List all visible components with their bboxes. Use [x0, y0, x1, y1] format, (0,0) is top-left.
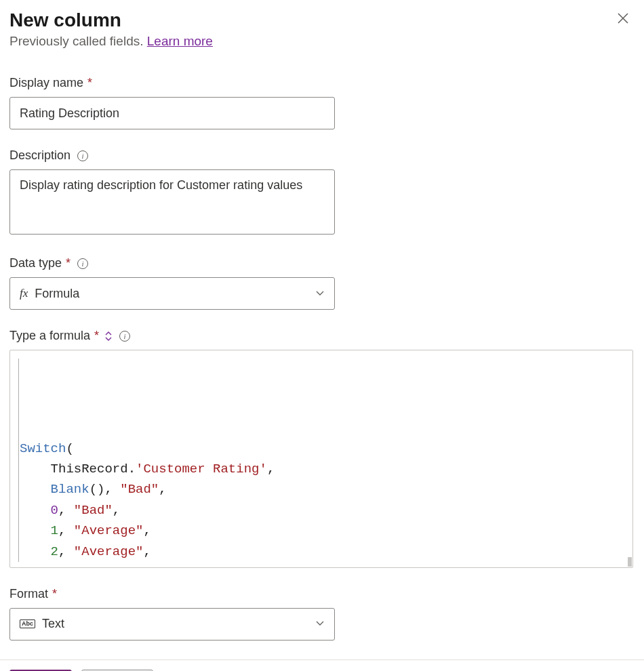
editor-gutter: [18, 359, 19, 562]
chevron-down-icon: [315, 288, 325, 300]
close-icon[interactable]: [611, 9, 635, 30]
formula-line: 2, "Average",: [20, 542, 623, 562]
chevron-down-icon: [315, 618, 325, 630]
formula-line: 0, "Bad",: [20, 500, 623, 521]
required-marker: *: [66, 256, 71, 270]
learn-more-link[interactable]: Learn more: [147, 34, 213, 48]
formula-group: Type a formula * i Switch( ThisRecord.'C…: [9, 329, 635, 568]
data-type-group: Data type * i fx Formula: [9, 256, 635, 310]
data-type-select[interactable]: fx Formula: [9, 277, 335, 310]
required-marker: *: [87, 76, 92, 90]
formula-line: Blank(), "Bad",: [20, 479, 623, 500]
formula-label: Type a formula * i: [9, 329, 635, 343]
formula-line: ThisRecord.'Customer Rating',: [20, 459, 623, 479]
data-type-label: Data type * i: [9, 256, 635, 270]
format-label: Format *: [9, 587, 635, 601]
required-marker: *: [94, 329, 99, 343]
footer: Save Cancel: [9, 660, 635, 671]
data-type-value: Formula: [35, 287, 79, 301]
required-marker: *: [52, 587, 57, 601]
description-group: Description i: [9, 148, 635, 237]
description-label: Description i: [9, 148, 635, 163]
formula-editor[interactable]: Switch( ThisRecord.'Customer Rating', Bl…: [9, 350, 633, 568]
info-icon[interactable]: i: [77, 258, 88, 269]
formula-fx-icon: fx: [20, 287, 28, 300]
format-select[interactable]: Abc Text: [9, 608, 335, 640]
subtitle-text: Previously called fields.: [9, 34, 147, 48]
panel-subtitle: Previously called fields. Learn more: [9, 34, 213, 49]
formula-line: 1, "Average",: [20, 521, 623, 541]
text-abc-icon: Abc: [20, 619, 35, 628]
info-icon[interactable]: i: [77, 150, 88, 161]
display-name-label: Display name *: [9, 76, 635, 90]
format-value: Text: [42, 617, 64, 631]
description-input[interactable]: [9, 169, 335, 235]
display-name-input[interactable]: [9, 97, 335, 129]
display-name-group: Display name *: [9, 76, 635, 129]
expand-icon[interactable]: [104, 331, 113, 342]
format-group: Format * Abc Text: [9, 587, 635, 640]
panel-title: New column: [9, 9, 213, 31]
formula-line: Switch(: [20, 439, 623, 459]
info-icon[interactable]: i: [119, 331, 130, 342]
scroll-handle[interactable]: [628, 557, 632, 567]
